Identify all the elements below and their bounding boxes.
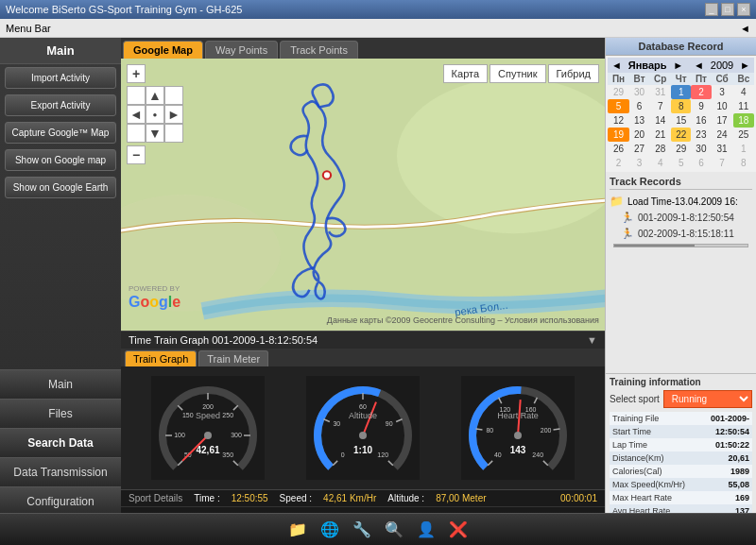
- zoom-in-button[interactable]: +: [127, 64, 146, 83]
- calendar-week-row[interactable]: 2930311234: [608, 85, 754, 99]
- calendar-day-cell[interactable]: 2: [608, 156, 629, 170]
- calendar-day-cell[interactable]: 16: [691, 113, 711, 128]
- calendar-day-cell[interactable]: 3: [712, 85, 733, 99]
- calendar-week-row[interactable]: 12131415161718: [608, 113, 754, 128]
- pan-center-button[interactable]: ●: [146, 105, 164, 124]
- calendar-day-cell[interactable]: 1: [671, 85, 691, 99]
- calendar-day-cell[interactable]: 5: [608, 99, 629, 113]
- pan-w-button[interactable]: ◄: [127, 105, 146, 124]
- calendar-day-cell[interactable]: 29: [671, 142, 691, 156]
- sidebar-item-main[interactable]: Main: [0, 369, 121, 399]
- sport-dropdown[interactable]: Running: [663, 390, 752, 408]
- calendar-day-cell[interactable]: 4: [733, 85, 754, 99]
- calendar-day-cell[interactable]: 23: [691, 128, 711, 142]
- calendar-day-cell[interactable]: 12: [608, 113, 629, 128]
- calendar-day-cell[interactable]: 24: [712, 128, 733, 142]
- calendar-day-cell[interactable]: 27: [629, 142, 649, 156]
- train-tab-graph[interactable]: Train Graph: [125, 350, 197, 366]
- calendar-day-cell[interactable]: 10: [712, 99, 733, 113]
- tab-track-points[interactable]: Track Points: [280, 41, 358, 59]
- calendar-day-cell[interactable]: 29: [608, 85, 629, 99]
- track-item-1[interactable]: 🏃 001-2009-1-8:12:50:54: [610, 210, 752, 226]
- calendar-day-cell[interactable]: 7: [712, 156, 733, 170]
- track-item-2[interactable]: 🏃 002-2009-1-8:15:18:11: [610, 226, 752, 242]
- track-scrollbar-thumb[interactable]: [614, 245, 695, 247]
- sidebar-item-configuration[interactable]: Configuration: [0, 486, 121, 516]
- calendar-day-cell[interactable]: 18: [733, 113, 754, 128]
- tab-way-points[interactable]: Way Points: [205, 41, 278, 59]
- calendar-day-cell[interactable]: 2: [691, 85, 711, 99]
- menu-bar-arrow[interactable]: ◄: [740, 23, 750, 34]
- menu-bar[interactable]: Menu Bar ◄: [0, 19, 756, 38]
- train-tab-meter[interactable]: Train Meter: [198, 350, 268, 366]
- calendar-day-cell[interactable]: 22: [671, 128, 691, 142]
- zoom-out-button[interactable]: −: [127, 145, 146, 164]
- map-type-satellite[interactable]: Спутник: [490, 64, 545, 83]
- calendar-day-cell[interactable]: 5: [671, 156, 691, 170]
- calendar-day-cell[interactable]: 31: [712, 142, 733, 156]
- calendar-day-cell[interactable]: 4: [649, 156, 671, 170]
- sidebar-item-search-data[interactable]: Search Data: [0, 428, 121, 457]
- calendar-day-cell[interactable]: 6: [629, 99, 649, 113]
- calendar-day-cell[interactable]: 19: [608, 128, 629, 142]
- calendar-week-row[interactable]: 2627282930311: [608, 142, 754, 156]
- track-scrollbar[interactable]: [613, 244, 748, 247]
- map-type-buttons[interactable]: Карта Спутник Гибрид: [443, 64, 599, 83]
- calendar-day-cell[interactable]: 28: [649, 142, 671, 156]
- calendar-day-cell[interactable]: 6: [691, 156, 711, 170]
- calendar-day-cell[interactable]: 17: [712, 113, 733, 128]
- calendar-day-cell[interactable]: 31: [649, 85, 671, 99]
- sidebar-item-data-transmission[interactable]: Data Transmission: [0, 457, 121, 486]
- calendar-day-cell[interactable]: 3: [629, 156, 649, 170]
- calendar-day-cell[interactable]: 20: [629, 128, 649, 142]
- calendar-day-cell[interactable]: 25: [733, 128, 754, 142]
- calendar-day-cell[interactable]: 26: [608, 142, 629, 156]
- map-controls[interactable]: + ▲ ◄ ● ► ▼ −: [127, 64, 183, 166]
- calendar-day-cell[interactable]: 30: [691, 142, 711, 156]
- tab-google-map[interactable]: Google Map: [123, 41, 203, 59]
- import-activity-button[interactable]: Import Activity: [5, 67, 116, 89]
- calendar-day-cell[interactable]: 14: [649, 113, 671, 128]
- pan-ne-button[interactable]: [164, 86, 183, 105]
- track-folder[interactable]: 📁 Load Time-13.04.2009 16:: [610, 193, 752, 210]
- calendar-body[interactable]: 2930311234567891011121314151617181920212…: [608, 85, 754, 170]
- calendar-day-cell[interactable]: 8: [733, 156, 754, 170]
- calendar-week-row[interactable]: 567891011: [608, 99, 754, 113]
- export-activity-button[interactable]: Export Activity: [5, 94, 116, 116]
- map-area[interactable]: река Бол... + ▲ ◄: [121, 59, 605, 331]
- calendar-day-cell[interactable]: 8: [671, 99, 691, 113]
- minimize-btn[interactable]: _: [705, 3, 718, 16]
- calendar-day-cell[interactable]: 9: [691, 99, 711, 113]
- sidebar-item-files[interactable]: Files: [0, 399, 121, 428]
- taskbar-search-icon[interactable]: 🔍: [382, 518, 406, 542]
- taskbar-user-icon[interactable]: 👤: [414, 518, 438, 542]
- pan-nw-button[interactable]: [127, 86, 146, 105]
- calendar-day-cell[interactable]: 21: [649, 128, 671, 142]
- cal-next-arrow[interactable]: ►: [673, 60, 683, 71]
- show-google-earth-button[interactable]: Show on Google Earth: [5, 177, 116, 198]
- pan-se-button[interactable]: [164, 124, 183, 143]
- calendar-day-cell[interactable]: 1: [733, 142, 754, 156]
- map-type-hybrid[interactable]: Гибрид: [548, 64, 599, 83]
- show-google-map-button[interactable]: Show on Google map: [5, 149, 116, 171]
- maximize-btn[interactable]: □: [721, 3, 734, 16]
- calendar-day-cell[interactable]: 30: [629, 85, 649, 99]
- taskbar-settings-icon[interactable]: 🔧: [350, 518, 374, 542]
- window-controls[interactable]: _ □ ×: [705, 3, 750, 16]
- calendar-day-cell[interactable]: 15: [671, 113, 691, 128]
- calendar-week-row[interactable]: 2345678: [608, 156, 754, 170]
- cal-year-prev[interactable]: ◄: [694, 60, 704, 71]
- taskbar-close-icon[interactable]: ❌: [446, 518, 471, 542]
- calendar-day-cell[interactable]: 11: [733, 99, 754, 113]
- map-type-map[interactable]: Карта: [443, 64, 488, 83]
- cal-year-next[interactable]: ►: [740, 60, 750, 71]
- calendar-day-cell[interactable]: 13: [629, 113, 649, 128]
- close-btn[interactable]: ×: [737, 3, 750, 16]
- calendar-week-row[interactable]: 19202122232425: [608, 128, 754, 142]
- pan-n-button[interactable]: ▲: [146, 86, 164, 105]
- pan-controls[interactable]: ▲ ◄ ● ► ▼: [127, 86, 183, 143]
- cal-prev-arrow[interactable]: ◄: [611, 60, 622, 71]
- calendar-day-cell[interactable]: 7: [649, 99, 671, 113]
- taskbar-globe-icon[interactable]: 🌐: [318, 518, 342, 542]
- pan-sw-button[interactable]: [127, 124, 146, 143]
